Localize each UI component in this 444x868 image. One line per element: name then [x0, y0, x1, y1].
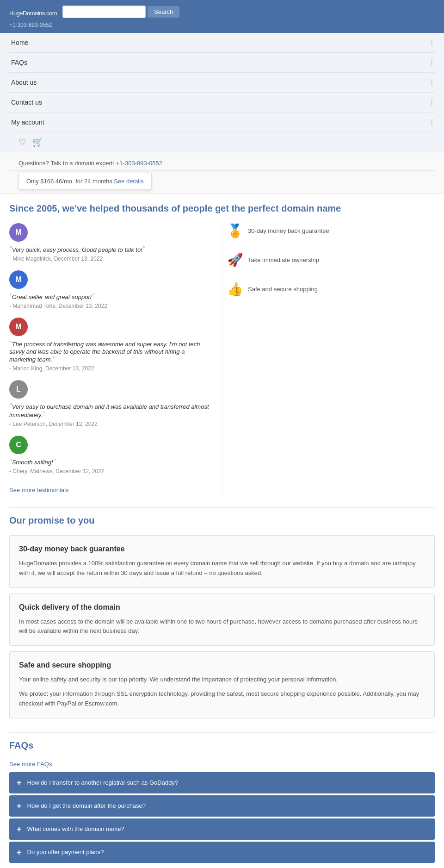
faq-plus-icon: + — [17, 802, 22, 810]
avatar: M — [9, 223, 28, 242]
promise-card-text: In most cases access to the domain will … — [19, 617, 425, 637]
testimonial-text: "Very easy to purchase domain and it was… — [9, 402, 213, 419]
divider — [9, 732, 435, 733]
testimonial-text: "Very quick, easy process. Good people t… — [9, 245, 213, 254]
faq-plus-icon: + — [17, 848, 22, 856]
nav-chevron: | — [431, 58, 433, 67]
nav-item-account[interactable]: My account | — [9, 112, 435, 132]
faq-plus-icon: + — [17, 779, 22, 787]
faq-label: How do I transfer to another registrar s… — [27, 779, 179, 786]
header-phone: +1-303-893-0552 — [9, 22, 435, 28]
nav-chevron: | — [431, 118, 433, 126]
main-nav: Home | FAQs | About us | Contact us | My… — [0, 33, 444, 152]
tagline: Since 2005, we've helped thousands of pe… — [9, 203, 435, 214]
testimonial-author: - Cheryl Mathews, December 12, 2022 — [9, 468, 213, 475]
avatar: M — [9, 270, 28, 289]
search-input[interactable] — [62, 6, 146, 18]
search-form: Search — [62, 6, 179, 18]
promise-icon-item-secure: 👍 Safe and secure shopping — [227, 281, 435, 297]
faq-label: Do you offer payment plans? — [27, 849, 104, 856]
testimonial-item: M "The process of transferring was aweso… — [9, 318, 213, 372]
testimonial-item: M "Great seller and great support" - Muh… — [9, 270, 213, 309]
promise-card-text-2: We protect your information through SSL … — [19, 689, 425, 709]
promise-card-title: Safe and secure shopping — [19, 661, 425, 669]
promo-tooltip: Only $166.46/mo. for 24 months See detai… — [18, 173, 152, 190]
avatar: C — [9, 436, 28, 454]
promise-label: Safe and secure shopping — [248, 286, 318, 293]
site-header: HugeDomains.com Search +1-303-893-0552 — [0, 0, 444, 33]
faq-plus-icon: + — [17, 825, 22, 833]
testimonial-text: "Smooth sailing!" — [9, 458, 213, 466]
nav-chevron: | — [431, 78, 433, 87]
main-content: Since 2005, we've helped thousands of pe… — [0, 194, 444, 868]
faq-label: How do I get the domain after the purcha… — [27, 802, 146, 809]
faq-item-1[interactable]: + How do I get the domain after the purc… — [9, 795, 435, 817]
testimonial-author: - Marlon King, December 13, 2022 — [9, 365, 213, 372]
testimonial-author: - Muhammad Toha, December 13, 2022 — [9, 303, 213, 309]
faq-label: What comes with the domain name? — [27, 825, 124, 832]
nav-item-contact[interactable]: Contact us | — [9, 93, 435, 112]
promise-card-text: HugeDomains provides a 100% satisfaction… — [19, 559, 425, 578]
nav-item-home[interactable]: Home | — [9, 33, 435, 53]
promo-see-details-link[interactable]: See details — [114, 178, 143, 185]
secure-icon: 👍 — [227, 281, 243, 297]
questions-phone-link[interactable]: +1-303-893-0552 — [116, 160, 162, 167]
promise-icon-item-guarantee: 🏅 30-day money back guarantee — [227, 223, 435, 238]
faq-section: FAQs See more FAQs + How do I transfer t… — [9, 740, 435, 863]
faq-item-3[interactable]: + Do you offer payment plans? — [9, 842, 435, 863]
testimonial-text: "Great seller and great support" — [9, 293, 213, 301]
promise-label: 30-day money back guarantee — [248, 227, 329, 234]
site-logo: HugeDomains.com — [9, 6, 57, 18]
promise-section: Our promise to you 30-day money back gua… — [9, 515, 435, 718]
see-more-testimonials-link[interactable]: See more testimonials — [9, 487, 69, 493]
see-more-faqs-link[interactable]: See more FAQs — [9, 761, 52, 768]
promise-icon-item-delivery: 🚀 Take immediate ownership — [227, 252, 435, 268]
cart-icon[interactable]: 🛒 — [32, 137, 43, 147]
promise-card-secure: Safe and secure shopping Your online saf… — [9, 651, 435, 718]
testimonial-item: L "Very easy to purchase domain and it w… — [9, 380, 213, 427]
nav-chevron: | — [431, 98, 433, 106]
faq-section-title: FAQs — [9, 740, 435, 751]
promise-card-text-1: Your online safety and security is our t… — [19, 675, 425, 685]
avatar: M — [9, 318, 28, 336]
delivery-icon: 🚀 — [227, 252, 243, 268]
divider — [9, 507, 435, 508]
nav-item-faqs[interactable]: FAQs | — [9, 53, 435, 73]
testimonials-section: M "Very quick, easy process. Good people… — [9, 223, 435, 493]
guarantee-icon: 🏅 — [227, 223, 243, 238]
promise-label: Take immediate ownership — [248, 256, 319, 263]
promise-card-title: Quick delivery of the domain — [19, 603, 425, 612]
testimonial-author: - Lee Peterson, December 12, 2022 — [9, 421, 213, 427]
testimonial-item: M "Very quick, easy process. Good people… — [9, 223, 213, 262]
promise-icons: 🏅 30-day money back guarantee 🚀 Take imm… — [222, 223, 435, 493]
search-button[interactable]: Search — [148, 6, 179, 18]
testimonial-author: - Mike Magolnick, December 13, 2022 — [9, 256, 213, 262]
wishlist-icon[interactable]: ♡ — [18, 137, 26, 147]
avatar: L — [9, 380, 28, 399]
testimonial-item: C "Smooth sailing!" - Cheryl Mathews, De… — [9, 436, 213, 475]
promise-card-title: 30-day money back guarantee — [19, 545, 425, 553]
faq-item-2[interactable]: + What comes with the domain name? — [9, 818, 435, 840]
questions-bar: Questions? Talk to a domain expert: +1-3… — [9, 156, 435, 171]
promise-section-title: Our promise to you — [9, 515, 435, 526]
promise-card-guarantee: 30-day money back guarantee HugeDomains … — [9, 535, 435, 588]
testimonial-text: "The process of transferring was awesome… — [9, 340, 213, 363]
nav-chevron: | — [431, 38, 433, 47]
faq-item-0[interactable]: + How do I transfer to another registrar… — [9, 772, 435, 793]
testimonials-list: M "Very quick, easy process. Good people… — [9, 223, 222, 493]
promise-card-delivery: Quick delivery of the domain In most cas… — [9, 593, 435, 646]
nav-item-about[interactable]: About us | — [9, 73, 435, 93]
